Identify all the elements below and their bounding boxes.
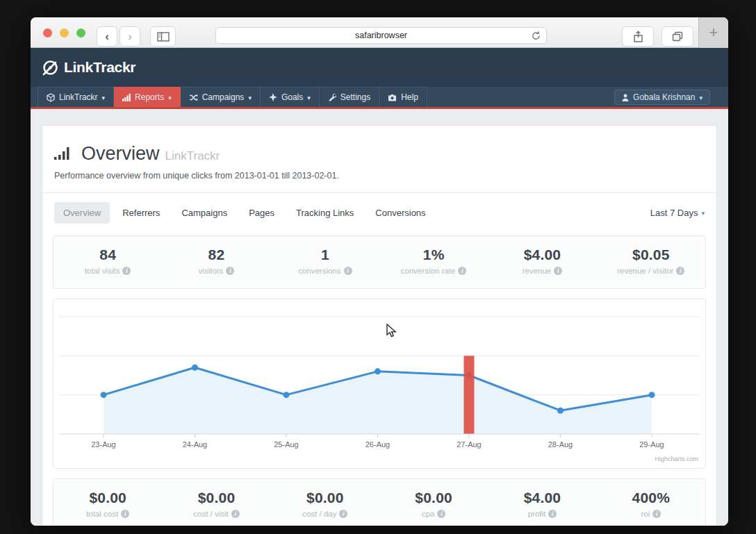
info-icon[interactable]: i	[231, 510, 240, 518]
share-icon	[633, 31, 643, 43]
svg-text:23-Aug: 23-Aug	[91, 440, 115, 449]
stat-value: $0.00	[271, 490, 379, 506]
browser-toolbar: ‹ › safaribrowser +	[31, 17, 728, 48]
stat-label: revenue / visitor	[617, 267, 673, 275]
overview-card: Overview LinkTrackr Performance overview…	[42, 125, 717, 526]
tab-conversions[interactable]: Conversions	[366, 202, 434, 224]
stat-cost-per-visit: $0.00 cost / visiti	[162, 479, 270, 526]
overview-chart-svg[interactable]: 23-Aug24-Aug25-Aug26-Aug27-Aug28-Aug29-A…	[54, 299, 705, 468]
nav-item-campaigns[interactable]: Campaigns ▾	[181, 87, 261, 107]
chevron-down-icon: ▾	[307, 95, 311, 101]
info-icon[interactable]: i	[437, 510, 445, 518]
stat-value: $0.00	[379, 490, 488, 506]
info-icon[interactable]: i	[121, 510, 129, 518]
svg-text:29-Aug: 29-Aug	[639, 440, 664, 449]
nav-item-help[interactable]: Help	[379, 87, 427, 107]
mouse-cursor	[386, 324, 397, 341]
stat-visitors: 82 visitorsi	[162, 236, 270, 288]
stat-value: 1%	[379, 247, 488, 263]
stats-panel-top: 84 total visitsi 82 visitorsi 1 conversi…	[53, 235, 706, 289]
stat-conversion-rate: 1% conversion ratei	[379, 236, 488, 288]
nav-label: LinkTrackr	[59, 92, 98, 102]
svg-text:24-Aug: 24-Aug	[183, 440, 207, 449]
bar-chart-icon	[122, 93, 131, 101]
stat-value: 400%	[597, 490, 705, 506]
sidebar-toggle-button[interactable]	[150, 26, 176, 47]
share-button[interactable]	[622, 26, 654, 47]
chevron-down-icon: ▾	[701, 210, 705, 217]
chevron-down-icon: ▾	[699, 95, 702, 101]
tab-tracking-links[interactable]: Tracking Links	[287, 202, 363, 224]
nav-label: Settings	[340, 92, 370, 102]
stat-value: $0.00	[162, 490, 270, 506]
stat-revenue-per-visitor: $0.05 revenue / visitori	[597, 236, 705, 288]
svg-text:Highcharts.com: Highcharts.com	[655, 456, 698, 462]
zoom-window-button[interactable]	[76, 28, 85, 37]
svg-text:26-Aug: 26-Aug	[365, 440, 390, 449]
show-all-tabs-button[interactable]	[662, 26, 693, 47]
clicks-chart-panel: 23-Aug24-Aug25-Aug26-Aug27-Aug28-Aug29-A…	[53, 299, 706, 469]
svg-text:28-Aug: 28-Aug	[548, 440, 573, 449]
forward-button[interactable]: ›	[120, 26, 140, 47]
stat-conversions: 1 conversionsi	[271, 236, 379, 288]
app-header: LinkTrackr	[31, 48, 728, 87]
info-icon[interactable]: i	[344, 267, 352, 275]
stat-value: 84	[54, 247, 162, 263]
cube-icon	[47, 93, 55, 102]
chevron-down-icon: ▾	[248, 95, 252, 101]
info-icon[interactable]: i	[122, 267, 131, 275]
nav-label: Goals	[281, 92, 303, 102]
stat-value: $0.00	[54, 490, 162, 506]
tab-campaigns[interactable]: Campaigns	[172, 202, 236, 224]
info-icon[interactable]: i	[339, 510, 347, 518]
info-icon[interactable]: i	[548, 510, 557, 518]
tab-pages[interactable]: Pages	[240, 202, 284, 224]
page-title-suffix: LinkTrackr	[165, 149, 220, 163]
stat-label: roi	[641, 510, 650, 518]
stat-value: $4.00	[488, 247, 596, 263]
report-tabs: Overview Referrers Campaigns Pages Track…	[42, 193, 716, 232]
svg-text:25-Aug: 25-Aug	[274, 440, 298, 449]
back-button[interactable]: ‹	[97, 26, 117, 47]
stat-total-visits: 84 total visitsi	[54, 236, 162, 288]
info-icon[interactable]: i	[226, 267, 234, 275]
nav-label: Campaigns	[202, 92, 245, 102]
nav-item-linktrackr[interactable]: LinkTrackr ▾	[38, 87, 114, 107]
nav-item-goals[interactable]: Goals ▾	[261, 87, 320, 107]
stat-value: 1	[271, 247, 379, 263]
chevron-down-icon: ▾	[102, 95, 106, 101]
plus-icon: +	[709, 24, 718, 42]
wrench-icon	[328, 93, 336, 101]
stat-label: revenue	[523, 267, 552, 275]
reload-icon[interactable]	[531, 31, 541, 41]
sidebar-icon	[157, 32, 170, 42]
stat-label: conversions	[298, 267, 340, 275]
stat-label: cost / visit	[193, 510, 228, 518]
date-range-label: Last 7 Days	[650, 208, 698, 218]
stat-label: cpa	[422, 510, 435, 518]
info-icon[interactable]: i	[676, 267, 684, 275]
stat-label: cost / day	[302, 510, 336, 518]
address-bar[interactable]: safaribrowser	[215, 27, 547, 44]
tab-referrers[interactable]: Referrers	[113, 202, 169, 224]
stat-revenue: $4.00 revenuei	[488, 236, 596, 288]
forward-chevron-icon: ›	[128, 31, 132, 42]
nav-item-reports[interactable]: Reports ▾	[114, 87, 181, 107]
page-header: Overview LinkTrackr Performance overview…	[42, 126, 716, 192]
close-window-button[interactable]	[43, 28, 52, 37]
nav-item-settings[interactable]: Settings	[320, 87, 379, 107]
new-tab-button[interactable]: +	[698, 17, 728, 48]
date-range-picker[interactable]: Last 7 Days ▾	[650, 208, 705, 218]
tab-overview[interactable]: Overview	[54, 202, 110, 224]
target-diamond-icon	[269, 93, 277, 101]
browser-window: ‹ › safaribrowser +	[31, 17, 728, 526]
minimize-window-button[interactable]	[60, 28, 69, 37]
stat-label: visitors	[199, 267, 224, 275]
user-name: Gobala Krishnan	[633, 92, 695, 102]
info-icon[interactable]: i	[554, 267, 562, 275]
user-icon	[622, 94, 629, 101]
info-icon[interactable]: i	[458, 267, 466, 275]
shuffle-icon	[189, 94, 198, 101]
info-icon[interactable]: i	[652, 510, 661, 518]
user-menu-button[interactable]: Gobala Krishnan ▾	[614, 90, 710, 105]
